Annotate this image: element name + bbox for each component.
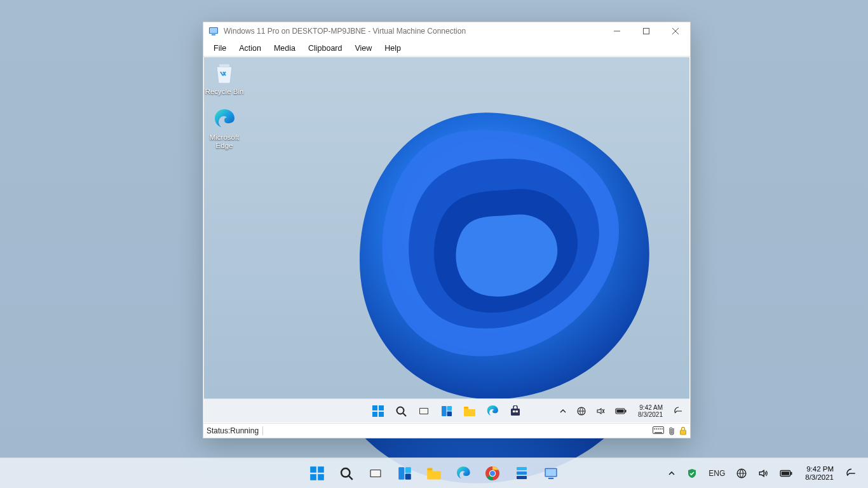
host-search-button[interactable] [334,461,359,486]
host-explorer-button[interactable] [421,461,447,486]
close-button[interactable] [661,22,690,40]
host-tray-language[interactable]: ENG [706,461,728,486]
svg-point-9 [397,407,404,414]
maximize-button[interactable] [632,22,661,40]
svg-rect-6 [379,405,384,410]
desktop-icon-recycle-bin[interactable]: Recycle Bin [204,61,247,96]
guest-store-button[interactable] [506,402,525,421]
status-clip-icon [668,426,675,435]
svg-rect-39 [405,467,411,473]
vmconnect-icon [208,26,219,36]
recycle-bin-icon [212,61,237,86]
host-hyperv-manager-button[interactable] [509,461,534,486]
guest-screen[interactable]: Recycle Bin Microsoft Edge [204,57,689,423]
vm-menubar: File Action Media Clipboard View Help [203,40,690,57]
status-value: Running [230,426,259,435]
svg-point-44 [490,471,495,476]
minimize-button[interactable] [602,22,632,40]
svg-rect-31 [310,466,316,473]
guest-explorer-button[interactable] [460,402,479,421]
svg-rect-15 [464,407,468,409]
menu-view[interactable]: View [348,41,378,55]
guest-tray-battery-icon[interactable] [613,398,629,423]
svg-rect-54 [782,471,789,475]
status-lock-icon [679,426,687,435]
menu-media[interactable]: Media [268,41,302,55]
svg-point-27 [658,428,659,430]
host-tray-volume-icon[interactable] [756,461,771,486]
svg-rect-41 [427,468,432,470]
menu-clipboard[interactable]: Clipboard [302,41,349,55]
vm-statusbar: Status: Running [204,423,689,437]
desktop-icon-edge[interactable]: Microsoft Edge [204,107,247,150]
host-widgets-button[interactable] [392,461,417,486]
svg-rect-2 [212,34,215,36]
guest-start-button[interactable] [369,402,388,421]
svg-rect-45 [517,467,527,470]
svg-rect-14 [447,411,452,416]
guest-edge-button[interactable] [483,402,502,421]
svg-rect-50 [548,477,553,478]
svg-rect-30 [681,430,686,435]
host-edge-button[interactable] [451,461,476,486]
guest-tray-clock[interactable]: 9:42 AM 8/3/2021 [634,404,667,418]
svg-rect-18 [516,410,519,412]
guest-tray-notifications-icon[interactable] [672,398,686,423]
host-taskview-button[interactable] [363,461,388,486]
guest-date: 8/3/2021 [638,411,663,418]
guest-tray-chevron[interactable] [557,398,569,423]
guest-tray-network-icon[interactable] [574,398,588,423]
svg-rect-13 [447,406,452,411]
svg-rect-34 [318,474,324,480]
guest-search-button[interactable] [391,402,410,421]
svg-rect-21 [625,410,627,412]
desktop-icon-label: Recycle Bin [204,88,247,96]
host-tray-clock[interactable]: 9:42 PM 8/3/2021 [801,465,837,482]
guest-time: 9:42 AM [638,404,663,411]
svg-rect-7 [372,412,377,417]
svg-rect-46 [517,471,527,475]
svg-rect-8 [379,412,384,417]
host-tray-network-icon[interactable] [734,461,749,486]
host-chrome-button[interactable] [480,461,505,486]
svg-rect-17 [513,410,515,412]
host-tray-security-icon[interactable] [684,461,700,486]
status-separator [262,426,263,435]
guest-tray-volume-icon[interactable] [593,398,607,423]
svg-rect-38 [398,467,404,480]
menu-file[interactable]: File [207,41,233,55]
svg-rect-1 [210,28,217,33]
host-start-button[interactable] [304,461,330,486]
svg-rect-4 [219,64,229,67]
svg-rect-33 [310,474,316,480]
svg-point-26 [656,428,657,430]
svg-point-28 [660,428,661,430]
host-vmconnect-button[interactable] [538,461,564,486]
vm-connection-window: Windows 11 Pro on DESKTOP-MP9JBNE - Virt… [203,22,691,438]
status-label: Status: [207,426,230,435]
svg-rect-49 [546,469,557,476]
svg-rect-32 [318,466,324,473]
vm-titlebar[interactable]: Windows 11 Pro on DESKTOP-MP9JBNE - Virt… [203,22,690,40]
edge-icon [212,107,237,132]
menu-help[interactable]: Help [378,41,407,55]
status-keyboard-icon [653,426,664,435]
svg-rect-3 [644,29,649,34]
vm-title-text: Windows 11 Pro on DESKTOP-MP9JBNE - Virt… [224,27,602,36]
svg-rect-22 [617,409,624,412]
host-tray-notifications-icon[interactable] [844,461,859,486]
svg-rect-12 [442,406,447,416]
host-tray-battery-icon[interactable] [777,461,795,486]
menu-action[interactable]: Action [233,41,268,55]
guest-widgets-button[interactable] [437,402,456,421]
svg-rect-5 [372,405,377,410]
guest-taskview-button[interactable] [414,402,433,421]
host-date: 8/3/2021 [805,473,834,482]
host-taskbar: ENG 9:42 PM 8/3/2021 [0,458,868,488]
host-time: 9:42 PM [805,465,834,473]
svg-rect-53 [790,471,792,474]
svg-rect-24 [654,432,662,433]
svg-rect-37 [371,470,381,477]
desktop-icon-label: Microsoft Edge [204,133,247,150]
host-tray-chevron[interactable] [665,461,678,486]
